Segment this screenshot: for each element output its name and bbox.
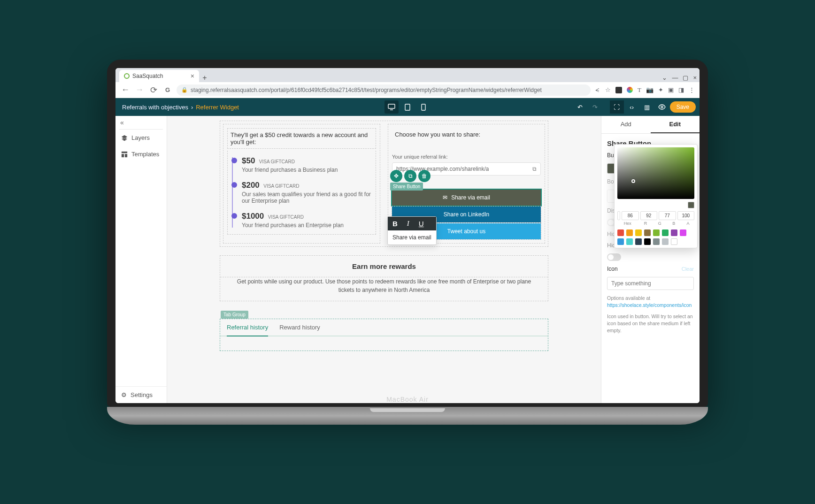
svg-point-3 [661, 106, 663, 108]
tab-reward-history[interactable]: Reward history [279, 324, 320, 336]
reload-icon[interactable]: ⟳ [148, 85, 159, 95]
breadcrumb-root[interactable]: Referrals with objectives [122, 104, 188, 111]
italic-icon[interactable]: I [402, 217, 414, 230]
saturation-cursor[interactable] [631, 179, 635, 183]
section-title[interactable]: Earn more rewards [220, 256, 548, 277]
reward-item[interactable]: $50 VISA GIFTCARD Your friend purchases … [230, 153, 374, 177]
b-input[interactable] [659, 211, 676, 220]
tab-referral-history[interactable]: Referral history [227, 324, 268, 336]
preview-button[interactable] [655, 100, 669, 114]
preset-swatch[interactable] [644, 229, 651, 236]
preset-swatch[interactable] [617, 229, 624, 236]
window-maximize-icon[interactable]: ▢ [683, 74, 688, 81]
saturation-box[interactable] [617, 147, 694, 199]
preset-swatch[interactable] [653, 229, 660, 236]
side-panel-icon[interactable]: ◨ [678, 86, 684, 93]
camera-icon[interactable]: 📷 [646, 86, 654, 93]
preset-swatch[interactable] [662, 238, 669, 245]
r-input[interactable] [622, 211, 639, 220]
share-heading[interactable]: Choose how you want to share: [392, 128, 541, 141]
share-icon[interactable]: ⪪ [594, 86, 600, 93]
hide-text-toggle[interactable] [607, 253, 621, 261]
icon-input[interactable] [607, 277, 694, 290]
code-button[interactable]: ‹› [625, 100, 639, 114]
field-label: Icon [607, 266, 618, 272]
extensions-menu-icon[interactable]: ✦ [658, 86, 663, 93]
laptop-label: MacBook Air [386, 396, 429, 403]
lock-icon: 🔒 [181, 87, 188, 93]
intro-text[interactable]: They'll get a $50 credit towards a new a… [227, 128, 376, 149]
clear-icon-link[interactable]: Clear [682, 266, 694, 272]
url-text: staging.referralsaasquatch.com/portal/p/… [191, 87, 542, 93]
panel-tab-edit[interactable]: Edit [651, 116, 700, 133]
sidebar-item-settings[interactable]: ⚙ Settings [115, 386, 167, 403]
save-button[interactable]: Save [670, 101, 696, 113]
undo-button[interactable]: ↶ [573, 100, 587, 114]
share-email-button[interactable]: ✉ Share via email [392, 190, 541, 206]
preset-swatch[interactable] [626, 229, 633, 236]
bookmark-icon[interactable]: ☆ [605, 86, 611, 93]
window-minimize-icon[interactable]: — [672, 74, 678, 81]
mobile-view-button[interactable] [416, 100, 431, 114]
tablet-view-button[interactable] [400, 100, 415, 114]
color-picker-popover[interactable]: Hex R G B A [614, 144, 698, 248]
icon-help-desc: Icon used in button. Will try to select … [607, 313, 694, 334]
current-color-swatch [688, 202, 694, 208]
breadcrumb: Referrals with objectives › Referrer Wid… [115, 104, 239, 111]
chrome-menu-icon[interactable]: ⋮ [689, 86, 695, 93]
reward-item[interactable]: $1000 VISA GIFTCARD Your friend purchase… [230, 208, 374, 232]
svg-rect-1 [405, 104, 410, 110]
preset-swatch[interactable] [662, 229, 669, 236]
forward-icon[interactable]: → [134, 85, 145, 95]
redo-button[interactable]: ↷ [588, 100, 602, 114]
hex-input[interactable] [617, 211, 620, 220]
duplicate-icon[interactable]: ⧉ [404, 170, 416, 182]
shoelace-link[interactable]: https://shoelace.style/components/icon [607, 302, 692, 308]
fullscreen-button[interactable]: ⛶ [610, 100, 624, 114]
templates-icon [121, 151, 128, 158]
desktop-view-button[interactable] [384, 100, 399, 114]
collapse-sidebar-icon[interactable]: « [115, 116, 167, 129]
preset-swatch[interactable] [626, 238, 633, 245]
copy-icon[interactable]: ⧉ [532, 166, 537, 172]
reward-item[interactable]: $200 VISA GIFTCARD Our sales team qualif… [230, 177, 374, 208]
text-format-popover[interactable]: B I U Share via email [387, 216, 437, 245]
preset-swatch[interactable] [617, 238, 624, 245]
sidebar-item-templates[interactable]: Templates [115, 146, 167, 162]
sidebar-item-layers[interactable]: Layers [115, 130, 167, 146]
editor-canvas[interactable]: They'll get a $50 credit towards a new a… [167, 116, 601, 403]
move-handle-icon[interactable]: ✥ [390, 170, 402, 182]
new-tab-button[interactable]: + [199, 74, 210, 82]
panel-tab-add[interactable]: Add [601, 116, 651, 133]
preset-swatch[interactable] [644, 238, 651, 245]
cast-icon[interactable]: ▣ [668, 86, 674, 93]
bold-icon[interactable]: B [388, 217, 402, 230]
search-engine-icon[interactable]: G [162, 86, 173, 93]
extension-icon[interactable] [627, 87, 633, 93]
window-close-icon[interactable]: × [693, 74, 697, 81]
minimize-icon[interactable]: ⌄ [662, 74, 667, 81]
svg-rect-2 [422, 104, 425, 110]
g-input[interactable] [640, 211, 658, 220]
extension-icon[interactable] [615, 87, 622, 93]
preset-swatch[interactable] [653, 238, 660, 245]
svg-rect-4 [122, 151, 127, 153]
underline-icon[interactable]: U [414, 217, 429, 230]
layout-button[interactable]: ▥ [640, 100, 654, 114]
section-subtitle[interactable]: Get points while using our product. Use … [220, 277, 548, 301]
preset-swatch[interactable] [635, 229, 642, 236]
preset-swatch[interactable] [635, 238, 642, 245]
browser-tab[interactable]: SaaSquatch × [119, 70, 199, 82]
extension-icon[interactable]: T [638, 86, 641, 94]
preset-swatches [617, 229, 694, 245]
back-icon[interactable]: ← [120, 85, 131, 95]
delete-icon[interactable]: 🗑 [418, 170, 431, 182]
close-tab-icon[interactable]: × [191, 72, 194, 80]
url-bar[interactable]: 🔒 staging.referralsaasquatch.com/portal/… [177, 84, 591, 96]
preset-swatch[interactable] [671, 229, 677, 236]
preset-swatch[interactable] [671, 238, 677, 245]
preset-swatch[interactable] [680, 229, 686, 236]
svg-rect-0 [388, 104, 395, 108]
popover-text[interactable]: Share via email [388, 230, 436, 244]
a-input[interactable] [677, 211, 695, 220]
